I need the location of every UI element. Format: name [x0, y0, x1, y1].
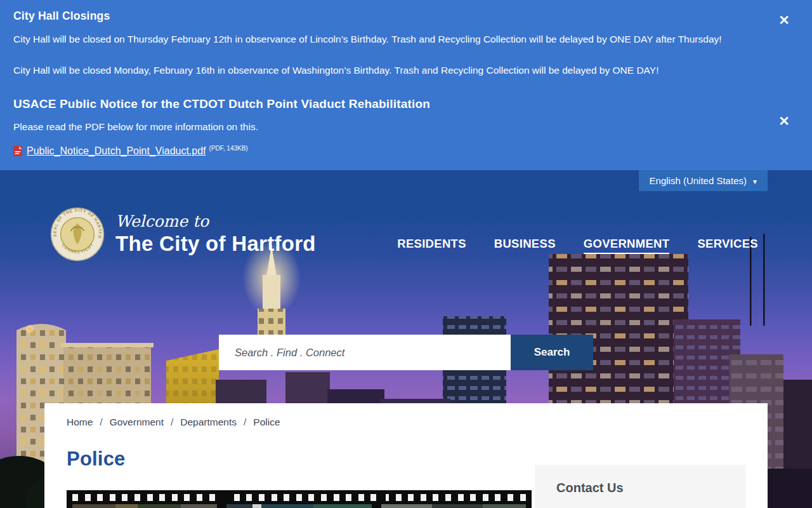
brand-welcome: Welcome to: [115, 213, 316, 231]
hero-section: English (United States) ▾ SEAL OF THE CI…: [0, 170, 812, 508]
close-icon[interactable]: ✕: [775, 112, 793, 130]
alert-paragraph: City Hall will be closed Monday, Februar…: [13, 64, 768, 77]
contact-us-title: Contact Us: [556, 481, 745, 495]
contact-us-box: Contact Us: [535, 465, 745, 508]
filmstrip-photos: [72, 504, 526, 508]
content-card: Home / Government / Departments / Police…: [44, 403, 768, 508]
nav-item-business[interactable]: BUSINESS: [494, 237, 556, 254]
alert-title: USACE Public Notice for the CTDOT Dutch …: [13, 97, 768, 111]
alert-paragraph: City Hall will be closed on Thursday Feb…: [13, 32, 768, 46]
alert-paragraph: Please read the PDF below for more infor…: [13, 120, 768, 134]
page-title: Police: [67, 448, 126, 471]
pdf-file-icon: [13, 146, 22, 156]
breadcrumb-separator: /: [171, 417, 173, 428]
film-photo: [226, 504, 371, 508]
filmstrip-sprocket-holes: [72, 494, 526, 501]
breadcrumb-government[interactable]: Government: [110, 417, 164, 428]
nav-item-residents[interactable]: RESIDENTS: [397, 237, 466, 254]
breadcrumb-separator: /: [244, 417, 246, 428]
alert-usace-notice: USACE Public Notice for the CTDOT Dutch …: [13, 97, 768, 157]
search-input[interactable]: [219, 335, 511, 370]
pdf-link-row: Public_Notice_Dutch_Point_Viaduct.pdf (P…: [13, 145, 768, 157]
film-photo: [381, 504, 526, 508]
language-selector[interactable]: English (United States) ▾: [639, 170, 768, 191]
search-button[interactable]: Search: [511, 335, 593, 370]
site-header: SEAL OF THE CITY OF HARTFORD CONNECTICUT…: [49, 206, 758, 262]
nav-item-government[interactable]: GOVERNMENT: [584, 237, 670, 254]
breadcrumb: Home / Government / Departments / Police: [67, 417, 280, 428]
language-label: English (United States): [650, 175, 747, 186]
pdf-download-link[interactable]: Public_Notice_Dutch_Point_Viaduct.pdf: [27, 145, 206, 157]
alert-city-hall-closings: City Hall Closings ✕ City Hall will be c…: [13, 10, 768, 78]
breadcrumb-current: Police: [253, 417, 280, 428]
breadcrumb-separator: /: [100, 417, 102, 428]
site-brand: Welcome to The City of Hartford: [115, 213, 316, 256]
film-photo: [72, 504, 217, 508]
site-search: Search: [219, 335, 593, 370]
alert-banner: City Hall Closings ✕ City Hall will be c…: [0, 0, 812, 170]
site-title: The City of Hartford: [115, 232, 316, 256]
chevron-down-icon: ▾: [753, 177, 757, 186]
photo-filmstrip: [67, 490, 532, 508]
city-seal-logo: SEAL OF THE CITY OF HARTFORD CONNECTICUT: [49, 206, 105, 262]
alert-title: City Hall Closings: [13, 10, 768, 23]
breadcrumb-departments[interactable]: Departments: [180, 417, 237, 428]
pdf-meta: (PDF, 143KB): [209, 145, 248, 152]
main-nav: RESIDENTS BUSINESS GOVERNMENT SERVICES: [397, 215, 758, 254]
nav-item-services[interactable]: SERVICES: [697, 237, 758, 254]
breadcrumb-home[interactable]: Home: [67, 417, 93, 428]
close-icon[interactable]: ✕: [775, 11, 793, 29]
language-bar: English (United States) ▾: [639, 170, 768, 191]
